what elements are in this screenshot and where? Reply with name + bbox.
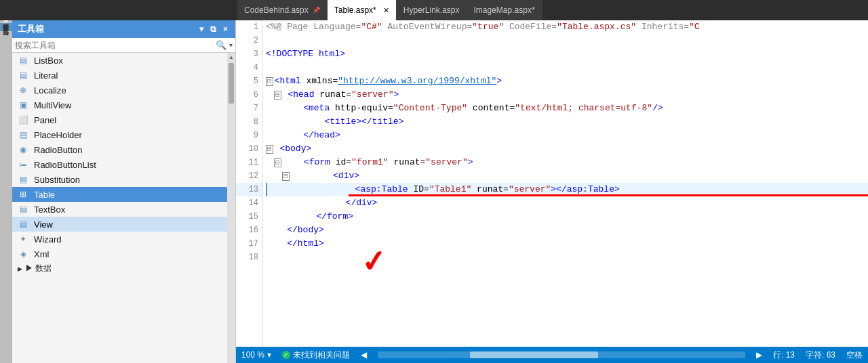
wizard-label: Wizard: [34, 234, 61, 244]
placeholder-icon: ▤: [18, 129, 28, 140]
line-num-10: 10: [236, 142, 262, 156]
code-span: id=: [330, 156, 351, 169]
tab-close-icon[interactable]: ✕: [383, 6, 389, 15]
status-zoom[interactable]: 100 % ▾: [241, 350, 271, 360]
status-extra: 空格: [846, 349, 863, 361]
status-nav-right[interactable]: ▶: [756, 350, 762, 360]
tab-table-label: Table.aspx*: [334, 5, 376, 15]
toolbox-item-literal[interactable]: ▤ Literal: [12, 68, 235, 83]
code-span: runat=: [389, 156, 426, 169]
code-span: <!DOCTYPE html>: [266, 47, 345, 61]
code-line-7: <meta http-equiv="Content-Type" content=…: [266, 102, 868, 115]
code-editor: 1 2 3 4 5 6 7 8 9 10 11 12 13 14 15 16 1: [236, 20, 868, 347]
toolbox-item-localize[interactable]: ⊕ Localize: [12, 83, 235, 98]
toolbox-title: 工具箱: [18, 23, 44, 35]
toolbox-item-substitution[interactable]: ▤ Substitution: [12, 172, 235, 187]
radiobutton-icon: ◉: [18, 144, 28, 155]
line-num-4: 4: [236, 61, 262, 74]
code-span: content=: [467, 102, 515, 115]
status-ok-indicator: ✓: [282, 351, 290, 359]
tab-codebehind[interactable]: CodeBehind.aspx 📌: [237, 0, 328, 20]
radiobutton-label: RadioButton: [34, 145, 83, 155]
toolbox-float-btn[interactable]: ⧉: [208, 24, 218, 34]
horizontal-scrollbar[interactable]: [378, 351, 745, 358]
line-num-1: 1: [236, 20, 262, 34]
zoom-dropdown-icon[interactable]: ▾: [267, 350, 271, 360]
code-line-4: [266, 61, 868, 74]
tab-imagemap-label: ImageMap.aspx*: [474, 5, 535, 15]
toolbox-item-view[interactable]: ▤ View: [12, 217, 235, 232]
toolbox-item-textbox[interactable]: ▤ TextBox: [12, 202, 235, 217]
code-line-6: ⊟ <head runat="server">: [266, 88, 868, 102]
listbox-label: ListBox: [34, 56, 63, 66]
code-line-17: </html>: [266, 237, 868, 251]
section-data-label: ▶ 数据: [25, 263, 52, 274]
toolbox-section-data[interactable]: ▶ ▶ 数据: [12, 261, 235, 276]
toolbox-panel: 工具箱 ▾ ⧉ × 🔍 ▾ ▲: [12, 20, 236, 363]
status-col: 字符: 63: [806, 349, 835, 361]
toolbox-item-listbox[interactable]: ▤ ListBox: [12, 53, 235, 68]
collapse-6-btn[interactable]: ⊟: [274, 91, 281, 100]
code-line-8: <title></title>: [266, 115, 868, 129]
toolbox-item-radiobuttonlist[interactable]: ≔ RadioButtonList: [12, 157, 235, 172]
line-num-9: 9: [236, 129, 262, 142]
collapse-5-btn[interactable]: ⊟: [266, 77, 273, 86]
status-right: 行: 13 字符: 63 空格: [773, 349, 863, 361]
toolbox-search-dropdown-icon[interactable]: ▾: [229, 41, 233, 49]
code-span: AutoEventWireup=: [382, 20, 473, 34]
tab-table[interactable]: Table.aspx* ✕: [328, 0, 397, 20]
toolbox-item-placeholder[interactable]: ▤ PlaceHolder: [12, 127, 235, 142]
tab-hyperlink[interactable]: HyperLink.aspx: [397, 0, 467, 20]
toolbox-header: 工具箱 ▾ ⧉ ×: [12, 20, 235, 38]
nav-left-icon[interactable]: ◀: [361, 350, 367, 360]
line-num-15: 15: [236, 210, 262, 223]
toolbox-search-icon[interactable]: 🔍: [213, 40, 229, 50]
radiobuttonlist-icon: ≔: [18, 159, 28, 170]
line-num-13: 13: [236, 183, 262, 196]
collapse-11-btn[interactable]: ⊟: [274, 158, 281, 167]
table-icon: ⊞: [18, 189, 28, 200]
literal-icon: ▤: [18, 70, 28, 81]
scrollbar-thumb[interactable]: [229, 63, 234, 104]
nav-right-icon[interactable]: ▶: [756, 350, 762, 360]
toolbox-close-btn[interactable]: ×: [221, 24, 230, 34]
radiobuttonlist-label: RadioButtonList: [34, 160, 96, 170]
toolbox-item-table[interactable]: ⊞ Table: [12, 187, 235, 202]
scrollbar-thumb-horizontal[interactable]: [470, 351, 599, 358]
status-nav-left[interactable]: ◀: [361, 350, 367, 360]
code-span: "true": [472, 20, 504, 34]
code-span: "server": [351, 88, 393, 102]
code-span: </body>: [266, 223, 324, 237]
toolbox-item-wizard[interactable]: ✦ Wizard: [12, 232, 235, 247]
view-icon: ▤: [18, 219, 28, 230]
status-ok: ✓ 未找到相关问题: [282, 349, 350, 361]
code-span: "form1": [351, 156, 389, 169]
code-span: Inherits=: [636, 20, 689, 34]
sidebar-strip-server[interactable]: 服务器资源管理器: [0, 33, 12, 38]
tab-hyperlink-label: HyperLink.aspx: [403, 5, 460, 15]
sidebar-strip-toolbox[interactable]: 工具箱: [0, 23, 12, 31]
scrollbar-up-btn[interactable]: ▲: [229, 54, 234, 60]
code-line-10: ⊟ <body>: [266, 142, 868, 156]
toolbox-item-panel[interactable]: ⬜ Panel: [12, 112, 235, 127]
code-span: "C#": [361, 20, 382, 34]
literal-label: Literal: [34, 70, 58, 81]
code-span: </html>: [266, 237, 324, 251]
toolbox-dropdown-btn[interactable]: ▾: [197, 24, 205, 34]
tab-imagemap[interactable]: ImageMap.aspx*: [467, 0, 542, 20]
collapse-12-btn[interactable]: ⊟: [282, 172, 290, 181]
line-num-12: 12: [236, 169, 262, 183]
toolbox-item-xml[interactable]: ◈ Xml: [12, 247, 235, 261]
line-num-18: 18: [236, 251, 262, 264]
sidebar-strip-datasource[interactable]: 数据源: [0, 38, 12, 43]
toolbox-search-input[interactable]: [15, 41, 213, 50]
line-num-7: 7: [236, 102, 262, 115]
line-numbers: 1 2 3 4 5 6 7 8 9 10 11 12 13 14 15 16 1: [236, 20, 263, 347]
code-content[interactable]: <%@ Page Language="C#" AutoEventWireup="…: [263, 20, 868, 347]
code-span: <body>: [275, 142, 312, 156]
collapse-10-btn[interactable]: ⊟: [266, 145, 273, 154]
toolbox-item-radiobutton[interactable]: ◉ RadioButton: [12, 142, 235, 157]
code-span: <form: [283, 156, 330, 169]
status-bar: 100 % ▾ ✓ 未找到相关问题 ◀ ▶ 行: 13 字: [236, 347, 868, 363]
toolbox-item-multiview[interactable]: ▣ MultiView: [12, 98, 235, 112]
